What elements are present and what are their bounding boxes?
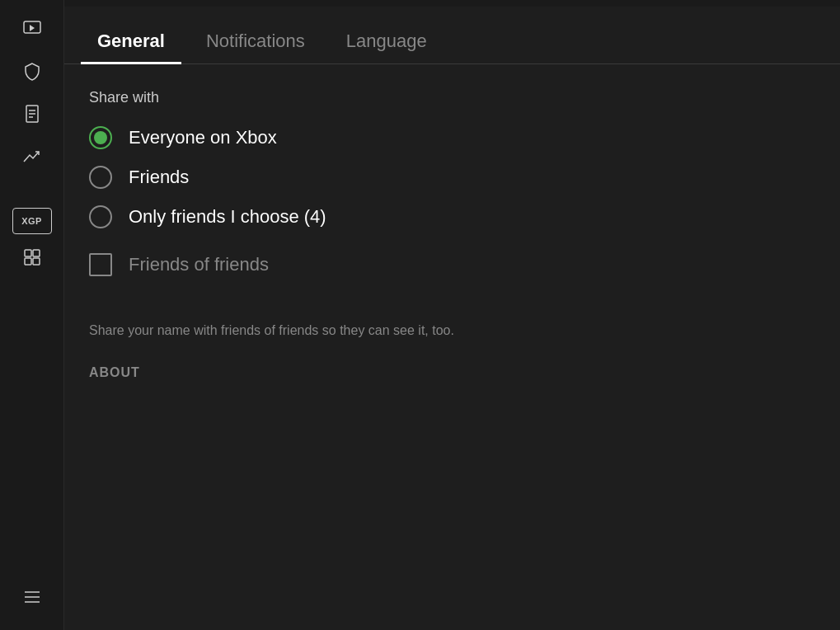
svg-rect-7 <box>25 258 31 265</box>
menu-svg <box>22 587 42 607</box>
tab-general[interactable]: General <box>81 19 181 63</box>
description-text: Share your name with friends of friends … <box>89 321 666 341</box>
radio-circle-friends[interactable] <box>89 166 112 189</box>
xgp-label: XGP <box>21 216 42 226</box>
share-radio-group: Everyone on Xbox Friends Only friends I … <box>89 126 815 228</box>
document-svg <box>22 104 42 124</box>
tabs-bar: General Notifications Language <box>64 7 840 64</box>
xgp-badge[interactable]: XGP <box>12 208 52 234</box>
tab-notifications[interactable]: Notifications <box>190 19 321 63</box>
checkbox-label-fof: Friends of friends <box>129 254 269 275</box>
radio-circle-everyone[interactable] <box>89 126 112 149</box>
radio-label-friends: Friends <box>129 167 189 188</box>
svg-rect-8 <box>33 258 40 265</box>
radio-chosen-friends[interactable]: Only friends I choose (4) <box>89 205 815 228</box>
top-bar <box>64 0 840 7</box>
svg-rect-6 <box>33 250 40 256</box>
radio-label-chosen: Only friends I choose (4) <box>129 206 326 228</box>
share-with-label: Share with <box>89 89 815 106</box>
svg-rect-5 <box>25 250 31 256</box>
content-area: Share with Everyone on Xbox Friends Only… <box>64 64 840 630</box>
radio-everyone[interactable]: Everyone on Xbox <box>89 126 815 149</box>
spacer-1 <box>89 296 815 321</box>
store-svg <box>22 247 42 267</box>
menu-icon[interactable] <box>12 577 52 617</box>
media-icon[interactable] <box>12 8 52 48</box>
trending-icon[interactable] <box>12 137 52 176</box>
radio-friends[interactable]: Friends <box>89 166 815 189</box>
shield-svg <box>22 61 42 81</box>
checkbox-friends-of-friends[interactable]: Friends of friends <box>89 253 815 276</box>
checkbox-group: Friends of friends <box>89 253 815 276</box>
store-icon[interactable] <box>12 237 52 277</box>
shield-icon[interactable] <box>12 51 52 91</box>
trending-svg <box>22 147 42 167</box>
media-svg <box>22 18 42 38</box>
tab-language[interactable]: Language <box>330 19 443 63</box>
checkbox-box-fof[interactable] <box>89 253 112 276</box>
radio-circle-chosen[interactable] <box>89 205 112 228</box>
about-label: ABOUT <box>89 365 815 380</box>
sidebar: XGP <box>0 0 64 630</box>
radio-label-everyone: Everyone on Xbox <box>129 127 277 148</box>
main-content: General Notifications Language Share wit… <box>64 0 840 630</box>
document-icon[interactable] <box>12 94 52 134</box>
